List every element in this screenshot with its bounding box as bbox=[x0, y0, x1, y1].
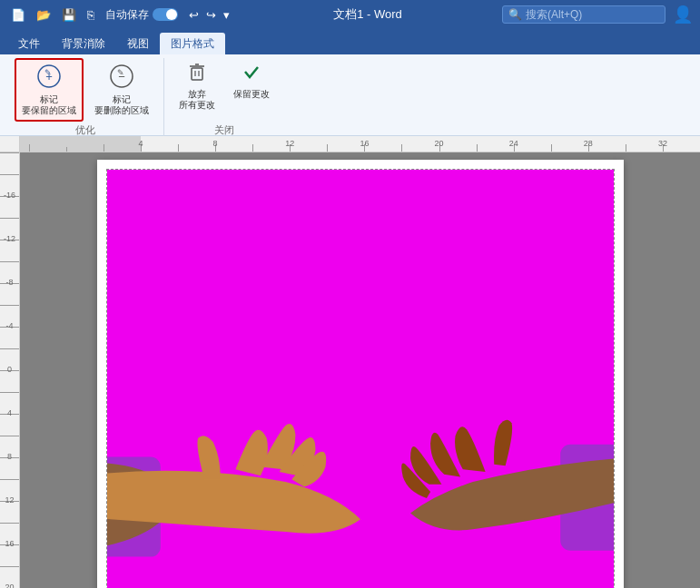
ruler-tick bbox=[252, 144, 253, 152]
svg-rect-6 bbox=[192, 68, 202, 80]
v-ruler-label: 12 bbox=[5, 495, 14, 505]
ruler-tick bbox=[104, 144, 104, 152]
mark-keep-icon: + ✎ bbox=[36, 64, 62, 93]
ruler-tick bbox=[401, 144, 402, 152]
account-button[interactable]: 👤 bbox=[673, 5, 693, 24]
ribbon: + ✎ 标记要保留的区域 − ✎ 标记要删除的区 bbox=[0, 54, 700, 136]
mark-delete-button[interactable]: − ✎ 标记要删除的区域 bbox=[87, 58, 156, 122]
keep-changes-button[interactable]: 保留更改 bbox=[226, 58, 277, 103]
tab-picture-format[interactable]: 图片格式 bbox=[160, 33, 225, 54]
autosave-area: 自动保存 bbox=[105, 7, 178, 23]
quick-access-toolbar: 📄 📂 💾 ⎘ bbox=[7, 6, 98, 24]
v-ruler-label: -8 bbox=[5, 278, 13, 287]
ruler-container: 48121620242832 bbox=[0, 136, 700, 152]
v-ruler-tick bbox=[0, 479, 19, 480]
keep-changes-icon bbox=[242, 62, 261, 86]
mark-delete-label: 标记要删除的区域 bbox=[94, 94, 149, 116]
tab-view[interactable]: 视图 bbox=[116, 33, 160, 54]
ruler-label: 32 bbox=[658, 139, 667, 148]
autosave-toggle[interactable] bbox=[153, 8, 178, 21]
ruler-tick bbox=[178, 144, 179, 152]
document-title: 文档1 - Word bbox=[233, 6, 502, 23]
v-ruler-tick bbox=[0, 305, 19, 306]
redo-icon[interactable]: ↪ bbox=[202, 6, 220, 24]
mark-delete-icon: − ✎ bbox=[109, 64, 134, 93]
horizontal-ruler: 48121620242832 bbox=[20, 136, 700, 152]
ruler-label: 8 bbox=[213, 139, 218, 148]
tab-background-removal[interactable]: 背景消除 bbox=[51, 33, 116, 54]
ruler-tick bbox=[29, 144, 30, 152]
document-area: -16-12-8-4048121620 bbox=[0, 152, 700, 588]
search-box[interactable]: 🔍 bbox=[502, 5, 665, 24]
hands-svg bbox=[107, 170, 614, 588]
ruler-label: 12 bbox=[285, 139, 294, 148]
ruler-tick bbox=[327, 144, 328, 152]
v-ruler-label: 0 bbox=[7, 365, 12, 374]
v-ruler-label: -16 bbox=[4, 191, 15, 200]
v-ruler-tick bbox=[0, 348, 19, 349]
ruler-tick bbox=[626, 144, 626, 152]
ruler-label: 28 bbox=[584, 139, 593, 148]
v-ruler-label: -12 bbox=[4, 234, 15, 243]
background-image bbox=[107, 170, 614, 588]
keep-changes-label: 保留更改 bbox=[233, 89, 270, 100]
mark-keep-label: 标记要保留的区域 bbox=[22, 94, 76, 116]
svg-text:✎: ✎ bbox=[117, 68, 124, 77]
ruler-tick bbox=[66, 147, 67, 152]
image-container[interactable] bbox=[106, 169, 615, 588]
v-ruler-tick bbox=[0, 174, 19, 175]
ruler-label: 16 bbox=[360, 139, 369, 148]
document-page bbox=[97, 160, 624, 588]
toggle-knob bbox=[166, 9, 177, 20]
search-icon: 🔍 bbox=[508, 8, 522, 21]
page-canvas[interactable] bbox=[20, 152, 700, 588]
svg-text:✎: ✎ bbox=[44, 68, 52, 77]
open-icon[interactable]: 📂 bbox=[33, 6, 54, 24]
autosave-label: 自动保存 bbox=[105, 7, 149, 23]
new-doc-icon[interactable]: 📄 bbox=[7, 6, 29, 24]
ruler-side bbox=[0, 136, 20, 152]
title-bar: 📄 📂 💾 ⎘ 自动保存 ↩ ↪ ▾ 文档1 - Word 🔍 👤 bbox=[0, 0, 700, 29]
ribbon-tab-bar: 文件 背景消除 视图 图片格式 bbox=[0, 29, 700, 54]
copy-icon[interactable]: ⎘ bbox=[84, 6, 98, 24]
ruler-tick bbox=[477, 144, 478, 152]
ruler-label: 4 bbox=[138, 139, 143, 148]
close-buttons: 放弃所有更改 保留更改 bbox=[172, 58, 277, 122]
v-ruler-tick bbox=[0, 523, 19, 524]
customize-icon[interactable]: ▾ bbox=[220, 6, 233, 24]
discard-label: 放弃所有更改 bbox=[179, 89, 215, 111]
v-ruler-label: 20 bbox=[5, 583, 14, 588]
tab-file[interactable]: 文件 bbox=[7, 33, 51, 54]
v-ruler-tick bbox=[0, 152, 19, 153]
search-input[interactable] bbox=[526, 8, 653, 21]
v-ruler-label: 16 bbox=[5, 539, 14, 548]
ruler-dark-area bbox=[20, 136, 141, 152]
ribbon-group-optimize: + ✎ 标记要保留的区域 − ✎ 标记要删除的区 bbox=[7, 58, 164, 141]
v-ruler-label: 8 bbox=[7, 452, 12, 461]
ribbon-group-close: 放弃所有更改 保留更改 关闭 bbox=[164, 58, 284, 141]
vertical-ruler: -16-12-8-4048121620 bbox=[0, 152, 20, 588]
v-ruler-label: -4 bbox=[5, 321, 13, 330]
ruler-label: 24 bbox=[509, 139, 518, 148]
ruler-label: 20 bbox=[435, 139, 444, 148]
mark-keep-button[interactable]: + ✎ 标记要保留的区域 bbox=[15, 58, 84, 122]
v-ruler-tick bbox=[0, 566, 19, 567]
svg-rect-11 bbox=[107, 170, 614, 588]
discard-icon bbox=[187, 62, 207, 86]
v-ruler-tick bbox=[0, 261, 19, 262]
save-icon[interactable]: 💾 bbox=[58, 6, 80, 24]
optimize-buttons: + ✎ 标记要保留的区域 − ✎ 标记要删除的区 bbox=[15, 58, 156, 122]
v-ruler-tick bbox=[0, 392, 19, 393]
v-ruler-label: 4 bbox=[7, 408, 12, 417]
ruler-tick bbox=[551, 144, 552, 152]
ribbon-content: + ✎ 标记要保留的区域 − ✎ 标记要删除的区 bbox=[0, 54, 700, 141]
undo-icon[interactable]: ↩ bbox=[185, 6, 202, 24]
v-ruler-tick bbox=[0, 436, 19, 436]
v-ruler-tick bbox=[0, 218, 19, 219]
discard-button[interactable]: 放弃所有更改 bbox=[172, 58, 222, 114]
